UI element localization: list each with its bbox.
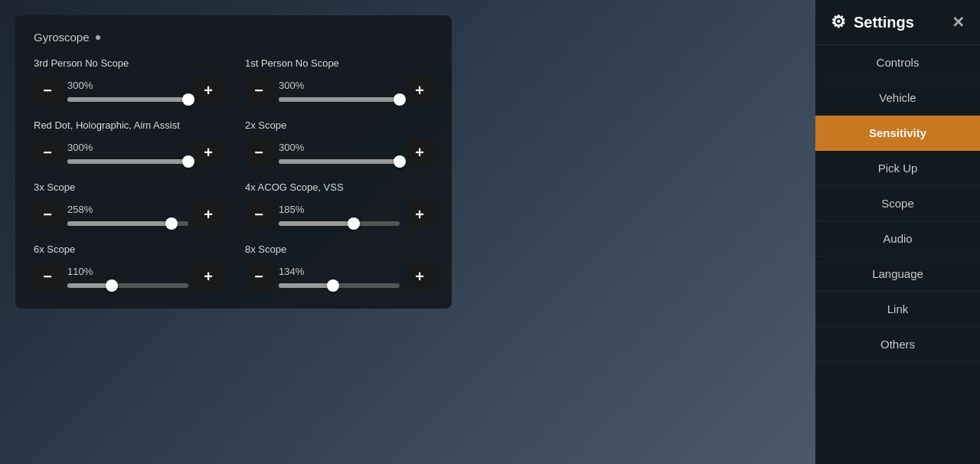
slider-increase-8x-scope[interactable]: + <box>406 263 433 290</box>
slider-row-4x-scope: − 185% + <box>245 201 433 228</box>
slider-label-red-dot: Red Dot, Holographic, Aim Assist <box>34 119 222 131</box>
sidebar-header: ⚙ Settings ✕ <box>815 0 980 45</box>
slider-decrease-3x-scope[interactable]: − <box>34 201 61 228</box>
slider-track-2x-scope[interactable] <box>279 159 400 164</box>
slider-increase-6x-scope[interactable]: + <box>194 263 222 290</box>
slider-value-3rd-person-no-scope: 300% <box>67 80 188 91</box>
panel-title: Gyroscope <box>34 31 433 44</box>
slider-decrease-8x-scope[interactable]: − <box>245 263 273 290</box>
panel-title-dot <box>96 35 100 40</box>
slider-container-6x-scope: 110% <box>67 266 188 288</box>
slider-group-red-dot: Red Dot, Holographic, Aim Assist − 300% … <box>34 119 222 166</box>
slider-row-2x-scope: − 300% + <box>245 139 433 166</box>
slider-increase-1st-person-no-scope[interactable]: + <box>406 77 433 104</box>
slider-fill-3x-scope <box>67 221 172 226</box>
slider-label-6x-scope: 6x Scope <box>34 243 222 255</box>
sidebar: ⚙ Settings ✕ ControlsVehicleSensitivityP… <box>815 0 980 464</box>
slider-thumb-red-dot[interactable] <box>182 155 194 168</box>
slider-increase-4x-scope[interactable]: + <box>406 201 433 228</box>
slider-fill-3rd-person-no-scope <box>67 97 188 102</box>
slider-container-3x-scope: 258% <box>67 204 188 226</box>
nav-item-vehicle[interactable]: Vehicle <box>815 80 980 116</box>
slider-fill-red-dot <box>67 159 188 164</box>
slider-track-8x-scope[interactable] <box>279 283 400 288</box>
settings-panel: Gyroscope 3rd Person No Scope − 300% + 1… <box>15 15 452 309</box>
slider-label-3x-scope: 3x Scope <box>34 181 222 193</box>
slider-increase-3rd-person-no-scope[interactable]: + <box>194 77 222 104</box>
gear-icon: ⚙ <box>831 12 846 32</box>
slider-group-4x-scope: 4x ACOG Scope, VSS − 185% + <box>245 181 433 228</box>
slider-label-8x-scope: 8x Scope <box>245 243 433 255</box>
slider-group-6x-scope: 6x Scope − 110% + <box>34 243 222 290</box>
slider-track-1st-person-no-scope[interactable] <box>279 97 400 102</box>
slider-fill-1st-person-no-scope <box>279 97 400 102</box>
slider-fill-2x-scope <box>279 159 400 164</box>
slider-track-4x-scope[interactable] <box>279 221 400 226</box>
slider-decrease-6x-scope[interactable]: − <box>34 263 61 290</box>
nav-item-language[interactable]: Language <box>815 257 980 292</box>
slider-value-red-dot: 300% <box>67 142 188 153</box>
slider-increase-red-dot[interactable]: + <box>194 139 222 166</box>
slider-value-1st-person-no-scope: 300% <box>279 80 400 91</box>
slider-decrease-3rd-person-no-scope[interactable]: − <box>34 77 61 104</box>
slider-track-3x-scope[interactable] <box>67 221 188 226</box>
slider-fill-4x-scope <box>279 221 354 226</box>
slider-decrease-red-dot[interactable]: − <box>34 139 61 166</box>
slider-track-red-dot[interactable] <box>67 159 188 164</box>
slider-group-2x-scope: 2x Scope − 300% + <box>245 119 433 166</box>
slider-group-1st-person-no-scope: 1st Person No Scope − 300% + <box>245 57 433 104</box>
nav-item-sensitivity[interactable]: Sensitivity <box>815 116 980 151</box>
slider-decrease-4x-scope[interactable]: − <box>245 201 273 228</box>
slider-value-4x-scope: 185% <box>279 204 400 215</box>
settings-title: Settings <box>854 14 914 31</box>
slider-thumb-6x-scope[interactable] <box>106 279 118 292</box>
slider-thumb-4x-scope[interactable] <box>348 217 360 230</box>
slider-label-1st-person-no-scope: 1st Person No Scope <box>245 57 433 69</box>
slider-label-2x-scope: 2x Scope <box>245 119 433 131</box>
nav-item-others[interactable]: Others <box>815 327 980 362</box>
slider-label-3rd-person-no-scope: 3rd Person No Scope <box>34 57 222 69</box>
slider-decrease-1st-person-no-scope[interactable]: − <box>245 77 273 104</box>
slider-label-4x-scope: 4x ACOG Scope, VSS <box>245 181 433 193</box>
slider-value-3x-scope: 258% <box>67 204 188 215</box>
slider-thumb-2x-scope[interactable] <box>394 155 406 168</box>
slider-thumb-8x-scope[interactable] <box>327 279 339 292</box>
sidebar-nav: ControlsVehicleSensitivityPick UpScopeAu… <box>815 45 980 464</box>
slider-decrease-2x-scope[interactable]: − <box>245 139 273 166</box>
slider-thumb-1st-person-no-scope[interactable] <box>394 93 406 106</box>
slider-row-3rd-person-no-scope: − 300% + <box>34 77 222 104</box>
nav-item-audio[interactable]: Audio <box>815 221 980 257</box>
slider-group-3x-scope: 3x Scope − 258% + <box>34 181 222 228</box>
slider-row-8x-scope: − 134% + <box>245 263 433 290</box>
slider-track-6x-scope[interactable] <box>67 283 188 288</box>
slider-container-red-dot: 300% <box>67 142 188 164</box>
slider-row-red-dot: − 300% + <box>34 139 222 166</box>
close-icon[interactable]: ✕ <box>952 13 965 31</box>
slider-fill-8x-scope <box>279 283 333 288</box>
slider-thumb-3x-scope[interactable] <box>165 217 178 230</box>
slider-increase-2x-scope[interactable]: + <box>406 139 433 166</box>
panel-title-text: Gyroscope <box>34 31 90 44</box>
slider-value-2x-scope: 300% <box>279 142 400 153</box>
slider-track-3rd-person-no-scope[interactable] <box>67 97 188 102</box>
slider-container-3rd-person-no-scope: 300% <box>67 80 188 102</box>
sidebar-title: ⚙ Settings <box>831 12 914 32</box>
main-content: Gyroscope 3rd Person No Scope − 300% + 1… <box>0 0 815 464</box>
slider-container-2x-scope: 300% <box>279 142 400 164</box>
slider-group-3rd-person-no-scope: 3rd Person No Scope − 300% + <box>34 57 222 104</box>
slider-container-1st-person-no-scope: 300% <box>279 80 400 102</box>
slider-container-4x-scope: 185% <box>279 204 400 226</box>
slider-row-6x-scope: − 110% + <box>34 263 222 290</box>
nav-item-link[interactable]: Link <box>815 292 980 327</box>
slider-group-8x-scope: 8x Scope − 134% + <box>245 243 433 290</box>
slider-value-6x-scope: 110% <box>67 266 188 277</box>
slider-row-1st-person-no-scope: − 300% + <box>245 77 433 104</box>
nav-item-scope[interactable]: Scope <box>815 186 980 221</box>
nav-item-pickup[interactable]: Pick Up <box>815 151 980 186</box>
slider-container-8x-scope: 134% <box>279 266 400 288</box>
slider-increase-3x-scope[interactable]: + <box>194 201 222 228</box>
sliders-grid: 3rd Person No Scope − 300% + 1st Person … <box>34 57 433 290</box>
slider-thumb-3rd-person-no-scope[interactable] <box>182 93 194 106</box>
slider-value-8x-scope: 134% <box>279 266 400 277</box>
nav-item-controls[interactable]: Controls <box>815 45 980 80</box>
